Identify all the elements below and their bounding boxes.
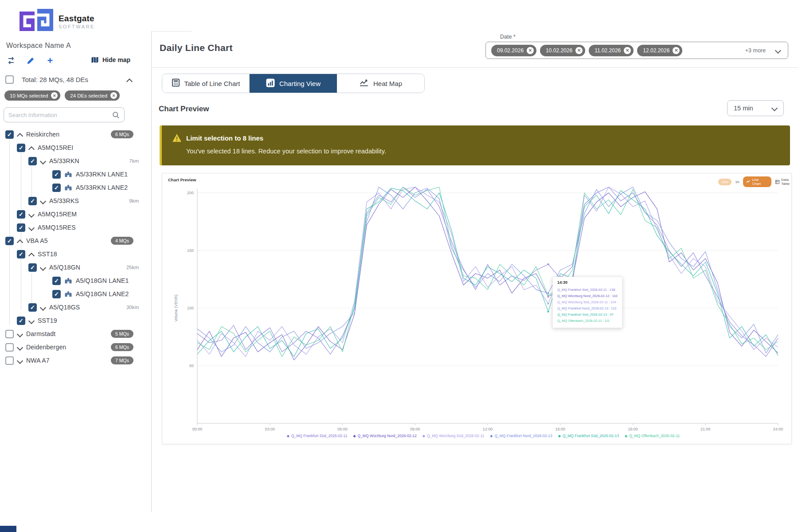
tree-checkbox[interactable]: ✓: [17, 250, 25, 258]
tree-item-a5-33rkn-lane2[interactable]: ✓A5/33RKN LANE2: [0, 181, 151, 194]
legend-item[interactable]: ◆Q_MQ Würzburg Nord_2026-02-12: [353, 434, 416, 438]
tree-item-a5-q18gn-lane1[interactable]: ✓A5/Q18GN LANE1: [0, 274, 151, 287]
tree-collapse-chevron-icon[interactable]: [29, 251, 34, 257]
svg-text:100: 100: [187, 306, 194, 310]
search-icon[interactable]: [112, 111, 120, 119]
tree-item-a5-q18gn-lane2[interactable]: ✓A5/Q18GN LANE2: [0, 287, 151, 301]
brand-logo: Eastgate SOFTWARE: [20, 9, 95, 34]
tree-expand-chevron-icon[interactable]: [29, 225, 34, 230]
tree-checkbox[interactable]: ✓: [17, 210, 25, 219]
swap-icon[interactable]: [6, 56, 16, 66]
map-icon: [91, 56, 99, 63]
add-plus-icon[interactable]: +: [45, 56, 55, 66]
tree-expand-chevron-icon[interactable]: [29, 318, 34, 323]
tree-checkbox[interactable]: ✓: [28, 303, 37, 312]
date-chip-remove-icon[interactable]: ✕: [527, 47, 534, 54]
date-multiselect[interactable]: 09.02.2026✕10.02.2026✕11.02.2026✕12.02.2…: [485, 42, 788, 59]
chip-remove-icon[interactable]: ✕: [51, 92, 58, 99]
tree-checkbox[interactable]: ✓: [28, 263, 37, 272]
tree-expand-chevron-icon[interactable]: [17, 358, 23, 363]
tree-checkbox[interactable]: ✓: [5, 130, 14, 139]
top-divider: [151, 31, 192, 31]
tree-expand-chevron-icon[interactable]: [17, 331, 23, 336]
tree-item-sst18[interactable]: ✓SST18: [0, 247, 151, 261]
tree-checkbox[interactable]: ✓: [52, 277, 61, 285]
tooltip-row: Q_MQ Frankfurt Süd_2026-02-11 : 138: [557, 287, 618, 293]
tree-item-deidenbergen[interactable]: Deidenbergen6 MQs: [0, 340, 151, 354]
tree-checkbox[interactable]: [5, 356, 14, 365]
collapse-chevron-icon[interactable]: [127, 77, 132, 82]
tree-checkbox[interactable]: ✓: [5, 237, 14, 245]
chip-remove-icon[interactable]: ✕: [110, 92, 117, 99]
hide-map-label: Hide map: [102, 56, 130, 63]
tree-expand-chevron-icon[interactable]: [17, 344, 23, 350]
search-input[interactable]: [8, 112, 109, 118]
tree-checkbox[interactable]: ✓: [28, 157, 37, 165]
tree-expand-chevron-icon[interactable]: [40, 158, 46, 164]
legend-item[interactable]: ◆Q_MQ Offenbach_2026-02-11: [625, 434, 680, 438]
tree-expand-chevron-icon[interactable]: [40, 265, 46, 270]
tab-heat-map[interactable]: Heat Map: [337, 74, 424, 93]
hide-map-button[interactable]: Hide map: [91, 56, 130, 63]
tree-item-darmstadt[interactable]: Darmstadt5 MQs: [0, 327, 151, 340]
tree-checkbox[interactable]: ✓: [17, 223, 25, 232]
tree-expand-chevron-icon[interactable]: [40, 198, 46, 203]
tree-checkbox[interactable]: [5, 330, 14, 338]
tree-checkbox[interactable]: ✓: [52, 290, 61, 298]
mq-count-badge: 6 MQs: [111, 343, 133, 351]
tree-item-distance: 7km: [129, 158, 139, 164]
tree-item-sst19[interactable]: ✓SST19: [0, 314, 151, 327]
legend-item[interactable]: ◆Q_MQ Frankfurt Süd_2026-02-13: [558, 434, 619, 438]
tree-item-reiskirchen[interactable]: ✓Reiskirchen6 MQs: [0, 128, 151, 141]
tree-checkbox[interactable]: [5, 343, 14, 352]
tab-charting-view[interactable]: Charting View: [250, 74, 337, 93]
edit-pencil-icon[interactable]: [26, 56, 35, 66]
svg-text:200: 200: [187, 191, 194, 195]
legend-marker-icon: ◆: [625, 434, 627, 438]
tab-table-of-line-chart[interactable]: Table of Line Chart: [162, 74, 250, 93]
brand-subtitle: SOFTWARE: [59, 24, 95, 29]
tree-expand-chevron-icon[interactable]: [40, 305, 46, 310]
tree-item-a5-q18gn[interactable]: ✓A5/Q18GN25km: [0, 261, 151, 274]
tree-item-a5mq15rem[interactable]: ✓A5MQ15REM: [0, 207, 151, 221]
total-checkbox[interactable]: [5, 75, 14, 84]
date-dropdown-chevron-icon[interactable]: [775, 48, 781, 53]
tree-item-a5mq15rei[interactable]: ✓A5MQ15REI: [0, 141, 151, 154]
total-label: Total: 28 MQs, 48 DEs: [22, 76, 88, 83]
mq-count-badge: 6 MQs: [111, 130, 133, 138]
legend-marker-icon: ◆: [422, 434, 425, 438]
legend-item[interactable]: ◆Q_MQ Frankfurt Süd_2026-02-11: [287, 434, 348, 438]
legend-item[interactable]: ◆Q_MQ Würzburg Süd_2026-02-11: [422, 434, 484, 438]
tree-collapse-chevron-icon[interactable]: [17, 132, 23, 137]
tree-checkbox[interactable]: ✓: [52, 184, 61, 192]
tree-item-label: A5/33RKN: [49, 157, 79, 164]
date-chip-remove-icon[interactable]: ✕: [673, 47, 680, 54]
tree-collapse-chevron-icon[interactable]: [29, 145, 34, 150]
tree-item-label: A5/Q18GN: [49, 264, 80, 271]
line-chart[interactable]: 5010015020000:0003:0006:0009:0012:0015:0…: [162, 173, 792, 446]
svg-text:15:00: 15:00: [555, 427, 565, 431]
tree-expand-chevron-icon[interactable]: [29, 211, 34, 217]
date-chip-remove-icon[interactable]: ✕: [624, 47, 631, 54]
tooltip-row: Q_MQ Würzburg Süd_2026-02-11 : 104: [557, 299, 618, 305]
tree-checkbox[interactable]: ✓: [52, 170, 61, 179]
tree-item-a5mq15res[interactable]: ✓A5MQ15RES: [0, 221, 151, 234]
tree-item-a5-33rks[interactable]: ✓A5/33RKS9km: [0, 194, 151, 207]
date-chip-remove-icon[interactable]: ✕: [575, 47, 583, 54]
tree-item-a5-q18gs[interactable]: ✓A5/Q18GS30km: [0, 301, 151, 314]
tree-item-label: Reiskirchen: [26, 131, 59, 138]
date-chip: 12.02.2026✕: [637, 45, 682, 56]
tree-item-a5-33rkn-lane1[interactable]: ✓A5/33RKN LANE1: [0, 168, 151, 181]
tree-item-nwa-a7[interactable]: NWA A77 MQs: [0, 354, 151, 367]
tree-checkbox[interactable]: ✓: [17, 144, 25, 152]
tooltip-row: Q_MQ Frankfurt Süd_2026-02-13 : 97: [557, 312, 618, 318]
interval-select[interactable]: 15 min: [727, 100, 784, 116]
tree-checkbox[interactable]: ✓: [17, 317, 25, 325]
tree-collapse-chevron-icon[interactable]: [17, 238, 23, 243]
legend-item[interactable]: ◆Q_MQ Frankfurt Nord_2026-02-13: [490, 434, 552, 438]
tree-checkbox[interactable]: ✓: [28, 197, 37, 205]
selection-chip: 24 DEs selected✕: [65, 90, 120, 101]
tree-item-vba-a5[interactable]: ✓VBA A54 MQs: [0, 234, 151, 247]
tree-item-label: A5/33RKN LANE1: [76, 171, 128, 178]
tree-item-a5-33rkn[interactable]: ✓A5/33RKN7km: [0, 154, 151, 168]
